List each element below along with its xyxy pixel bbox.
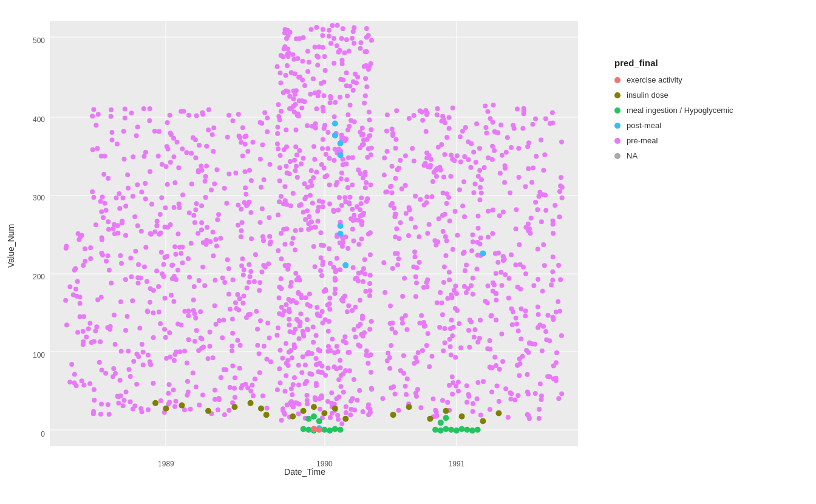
legend-label-premeal: pre-meal (627, 136, 658, 145)
y-tick-0: 0 (41, 430, 45, 438)
legend-dot-postmeal (614, 123, 620, 129)
dots-canvas (50, 21, 578, 446)
legend: pred_final exercise activity insulin dos… (614, 58, 766, 166)
legend-item-premeal: pre-meal (614, 136, 766, 145)
legend-item-meal: meal ingestion / Hypoglycemic (614, 106, 766, 115)
legend-title: pred_final (614, 58, 766, 68)
legend-item-postmeal: post-meal (614, 121, 766, 130)
legend-dot-na (614, 153, 620, 159)
y-tick-300: 300 (33, 194, 45, 202)
x-axis-label: Date_Time (284, 467, 325, 477)
y-tick-500: 500 (33, 36, 45, 45)
legend-label-exercise: exercise activity (627, 75, 682, 84)
y-tick-100: 100 (33, 351, 45, 359)
legend-dot-meal (614, 107, 620, 114)
x-tick-1991: 1991 (449, 460, 465, 468)
legend-item-exercise: exercise activity (614, 75, 766, 84)
legend-dot-premeal (614, 138, 620, 144)
chart-container: Value_Num 0 100 200 300 400 500 (13, 9, 803, 495)
legend-label-postmeal: post-meal (627, 121, 661, 130)
x-tick-1989: 1989 (158, 460, 174, 468)
plot-area: Value_Num 0 100 200 300 400 500 (13, 9, 596, 483)
legend-label-insulin: insulin dose (627, 90, 668, 100)
legend-label-na: NA (627, 151, 638, 160)
y-tick-400: 400 (33, 115, 45, 124)
y-tick-200: 200 (33, 273, 45, 281)
legend-item-insulin: insulin dose (614, 90, 766, 100)
legend-dot-insulin (614, 92, 620, 98)
legend-item-na: NA (614, 151, 766, 160)
legend-label-meal: meal ingestion / Hypoglycemic (627, 106, 733, 115)
legend-dot-exercise (614, 77, 620, 83)
